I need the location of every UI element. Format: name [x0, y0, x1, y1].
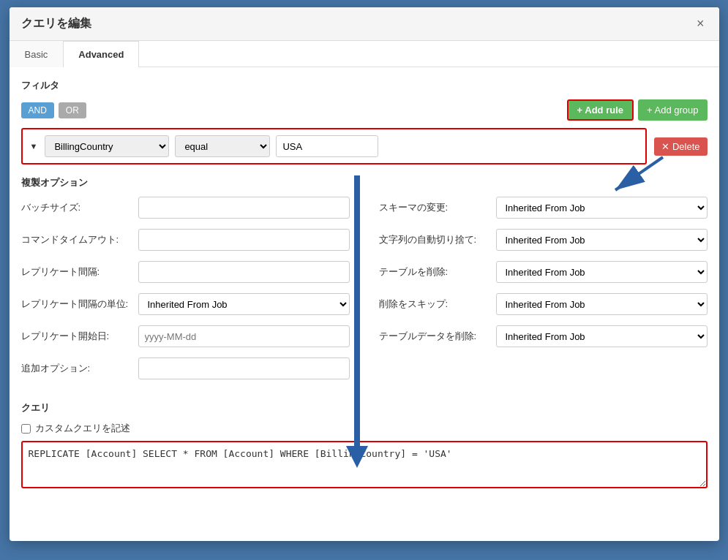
replication-left-col: バッチサイズ: コマンドタイムアウト: レプリケート間隔: [21, 197, 350, 390]
skip-delete-label: 削除をスキップ: [379, 298, 496, 311]
delete-table-data-select[interactable]: Inherited From Job Yes No [496, 325, 708, 347]
schema-change-label: スキーマの変更: [379, 201, 496, 214]
batch-size-label: バッチサイズ: [21, 201, 138, 214]
query-section: クエリ カスタムクエリを記述 REPLICATE [Account] SELEC… [21, 401, 708, 491]
skip-delete-select[interactable]: Inherited From Job Yes No [496, 293, 708, 315]
filter-field-select[interactable]: BillingCountry BillingCity Name Type [45, 135, 169, 157]
or-button[interactable]: OR [59, 102, 86, 118]
filter-expand-button[interactable]: ▼ [29, 140, 40, 152]
custom-query-label: カスタムクエリを記述 [35, 422, 130, 435]
string-truncate-row: 文字列の自動切り捨て: Inherited From Job Yes No [379, 229, 708, 251]
skip-delete-row: 削除をスキップ: Inherited From Job Yes No [379, 293, 708, 315]
add-rule-button[interactable]: + Add rule [567, 99, 634, 121]
additional-options-input[interactable] [138, 357, 350, 379]
custom-query-check-row: カスタムクエリを記述 [21, 422, 708, 435]
replication-start-date-input[interactable] [138, 325, 350, 347]
filter-operator-select[interactable]: equal not equal contains starts with end… [175, 135, 270, 157]
tab-basic[interactable]: Basic [10, 41, 64, 67]
delete-table-label: テーブルを削除: [379, 265, 496, 279]
command-timeout-row: コマンドタイムアウト: [21, 229, 350, 251]
modal-body: フィルタ AND OR + Add rule + Add group ▼ Bil… [10, 67, 719, 502]
replication-section: 複製オプション バッチサイズ: コマンドタイムアウト: [21, 176, 708, 390]
replication-start-date-label: レプリケート開始日: [21, 330, 138, 343]
close-button[interactable]: × [694, 16, 708, 31]
string-truncate-label: 文字列の自動切り捨て: [379, 233, 496, 246]
delete-table-data-row: テーブルデータを削除: Inherited From Job Yes No [379, 325, 708, 347]
replication-section-label: 複製オプション [21, 176, 708, 189]
batch-size-row: バッチサイズ: [21, 197, 350, 219]
filter-section: フィルタ AND OR + Add rule + Add group ▼ Bil… [21, 79, 708, 164]
filter-controls: AND OR + Add rule + Add group [21, 99, 708, 121]
tab-advanced[interactable]: Advanced [63, 41, 139, 67]
replication-grid: バッチサイズ: コマンドタイムアウト: レプリケート間隔: [21, 197, 708, 390]
add-group-button[interactable]: + Add group [638, 99, 707, 121]
and-button[interactable]: AND [21, 102, 54, 118]
query-section-label: クエリ [21, 401, 708, 415]
filter-section-label: フィルタ [21, 79, 708, 92]
custom-query-checkbox[interactable] [21, 424, 31, 434]
filter-row: ▼ BillingCountry BillingCity Name Type e… [21, 128, 648, 164]
modal-title: クエリを編集 [21, 16, 91, 31]
additional-options-label: 追加オプション: [21, 362, 138, 375]
replication-unit-row: レプリケート間隔の単位: Inherited From Job Yes No [21, 293, 350, 315]
replication-unit-label: レプリケート間隔の単位: [21, 298, 138, 311]
delete-button[interactable]: ✕ Delete [654, 137, 707, 156]
tab-bar: Basic Advanced [10, 41, 719, 67]
filter-value-input[interactable] [276, 135, 378, 157]
replication-right-col: スキーマの変更: Inherited From Job Yes No 文字列の自… [379, 197, 708, 390]
query-textarea[interactable]: REPLICATE [Account] SELECT * FROM [Accou… [21, 441, 708, 488]
delete-table-data-label: テーブルデータを削除: [379, 330, 496, 343]
replication-interval-label: レプリケート間隔: [21, 265, 138, 279]
string-truncate-select[interactable]: Inherited From Job Yes No [496, 229, 708, 251]
batch-size-input[interactable] [138, 197, 350, 219]
command-timeout-label: コマンドタイムアウト: [21, 233, 138, 246]
schema-change-select[interactable]: Inherited From Job Yes No [496, 197, 708, 219]
replication-interval-input[interactable] [138, 261, 350, 283]
replication-interval-row: レプリケート間隔: [21, 261, 350, 283]
replication-start-date-row: レプリケート開始日: [21, 325, 350, 347]
additional-options-row: 追加オプション: [21, 357, 350, 379]
delete-table-row: テーブルを削除: Inherited From Job Yes No [379, 261, 708, 283]
command-timeout-input[interactable] [138, 229, 350, 251]
schema-change-row: スキーマの変更: Inherited From Job Yes No [379, 197, 708, 219]
modal-header: クエリを編集 × [10, 7, 719, 41]
delete-table-select[interactable]: Inherited From Job Yes No [496, 261, 708, 283]
replication-unit-select[interactable]: Inherited From Job Yes No [138, 293, 350, 315]
filter-action-buttons: + Add rule + Add group [567, 99, 708, 121]
